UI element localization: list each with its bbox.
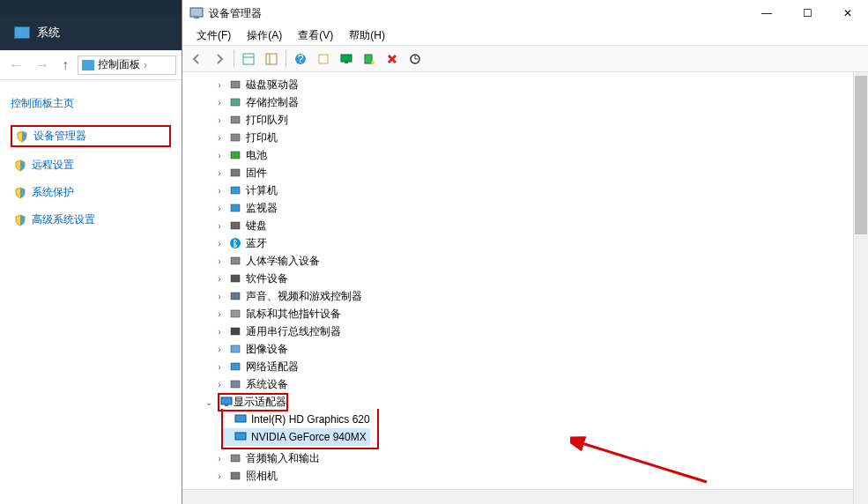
svg-rect-32 bbox=[221, 397, 232, 404]
chevron-right-icon[interactable]: › bbox=[214, 186, 225, 196]
svg-rect-26 bbox=[231, 293, 240, 300]
toolbar-props-icon[interactable] bbox=[313, 48, 334, 70]
tree-container: ›磁盘驱动器›存储控制器›打印队列›打印机›电池›固件›计算机›监视器›键盘›蓝… bbox=[182, 72, 868, 504]
chevron-right-icon[interactable]: › bbox=[214, 345, 225, 354]
toolbar-back-icon[interactable] bbox=[186, 48, 207, 70]
category-storage[interactable]: ›存储控制器 bbox=[204, 93, 868, 111]
menu-view[interactable]: 查看(V) bbox=[291, 26, 340, 45]
chevron-right-icon[interactable]: › bbox=[214, 256, 225, 266]
category-disk[interactable]: ›磁盘驱动器 bbox=[204, 76, 868, 93]
forward-icon[interactable]: → bbox=[32, 57, 53, 73]
breadcrumb[interactable]: 控制面板 › bbox=[78, 56, 176, 75]
chevron-right-icon[interactable]: › bbox=[214, 454, 225, 463]
category-keyboard[interactable]: ›键盘 bbox=[204, 217, 868, 234]
control-panel-home-link[interactable]: 控制面板主页 bbox=[11, 96, 171, 111]
horizontal-scrollbar[interactable] bbox=[182, 489, 853, 504]
maximize-button[interactable]: ☐ bbox=[787, 0, 827, 26]
back-icon[interactable]: ← bbox=[5, 57, 26, 73]
sidebar-link-3[interactable]: 高级系统设置 bbox=[11, 211, 171, 229]
category-audio[interactable]: ›声音、视频和游戏控制器 bbox=[204, 287, 868, 305]
svg-rect-21 bbox=[231, 204, 240, 211]
chevron-right-icon[interactable]: › bbox=[214, 274, 225, 284]
up-icon[interactable]: ↑ bbox=[58, 57, 72, 73]
category-display-adapters[interactable]: ⌄ 显示适配器 bbox=[204, 393, 868, 411]
sidebar-link-0[interactable]: 设备管理器 bbox=[11, 125, 171, 147]
imaging-icon bbox=[228, 342, 242, 356]
category-label: 存储控制器 bbox=[246, 95, 299, 110]
menu-file[interactable]: 文件(F) bbox=[189, 26, 238, 45]
toolbar-forward-icon[interactable] bbox=[209, 48, 230, 70]
category-label: 网络适配器 bbox=[246, 359, 299, 374]
toolbar-monitor-icon[interactable] bbox=[336, 48, 357, 70]
chevron-right-icon[interactable]: › bbox=[214, 309, 225, 319]
vertical-scrollbar[interactable] bbox=[853, 72, 868, 504]
toolbar: ? bbox=[182, 46, 868, 72]
category-mouse[interactable]: ›鼠标和其他指针设备 bbox=[204, 305, 868, 322]
svg-rect-16 bbox=[231, 116, 240, 123]
svg-rect-15 bbox=[231, 99, 240, 106]
category-audioinput[interactable]: ›音频输入和输出 bbox=[204, 449, 868, 467]
svg-rect-2 bbox=[243, 54, 254, 64]
category-camera[interactable]: ›照相机 bbox=[204, 467, 868, 485]
category-bluetooth[interactable]: ›蓝牙 bbox=[204, 234, 868, 252]
svg-point-12 bbox=[371, 61, 375, 64]
toolbar-view1-icon[interactable] bbox=[238, 48, 259, 70]
scrollbar-thumb[interactable] bbox=[855, 76, 867, 234]
chevron-right-icon[interactable]: › bbox=[214, 292, 225, 301]
category-printer[interactable]: ›打印队列 bbox=[204, 111, 868, 129]
sidebar-link-1[interactable]: 远程设置 bbox=[11, 156, 171, 174]
chevron-right-icon[interactable]: › bbox=[214, 239, 225, 248]
category-firmware[interactable]: ›固件 bbox=[204, 164, 868, 182]
category-label: 磁盘驱动器 bbox=[246, 78, 299, 93]
chevron-right-icon[interactable]: › bbox=[214, 133, 225, 143]
toolbar-help-icon[interactable]: ? bbox=[290, 48, 311, 70]
svg-rect-29 bbox=[231, 345, 240, 352]
network-icon bbox=[228, 359, 242, 374]
device-tree[interactable]: ›磁盘驱动器›存储控制器›打印队列›打印机›电池›固件›计算机›监视器›键盘›蓝… bbox=[182, 72, 868, 504]
category-network[interactable]: ›网络适配器 bbox=[204, 358, 868, 375]
category-battery[interactable]: ›电池 bbox=[204, 146, 868, 164]
window-title: 设备管理器 bbox=[209, 6, 262, 21]
menu-help[interactable]: 帮助(H) bbox=[342, 26, 392, 45]
chevron-right-icon[interactable]: › bbox=[214, 204, 225, 213]
category-computer[interactable]: ›计算机 bbox=[204, 182, 868, 199]
chevron-right-icon[interactable]: › bbox=[214, 327, 225, 337]
category-usb[interactable]: ›通用串行总线控制器 bbox=[204, 322, 868, 340]
svg-rect-8 bbox=[319, 55, 328, 63]
svg-rect-17 bbox=[231, 134, 240, 141]
link-label: 系统保护 bbox=[32, 185, 74, 200]
category-label: 图像设备 bbox=[246, 342, 288, 357]
category-hid[interactable]: ›人体学输入设备 bbox=[204, 252, 868, 270]
window-tab-strip bbox=[0, 0, 182, 15]
toolbar-update-icon[interactable] bbox=[404, 48, 426, 70]
system-header: 系统 bbox=[0, 15, 182, 50]
close-button[interactable]: ✕ bbox=[827, 0, 868, 26]
category-monitor[interactable]: ›监视器 bbox=[204, 199, 868, 217]
device-nvidia-geforce[interactable]: NVIDIA GeForce 940MX bbox=[223, 428, 370, 446]
bluetooth-icon bbox=[228, 236, 242, 250]
device-label: NVIDIA GeForce 940MX bbox=[251, 431, 367, 443]
category-system[interactable]: ›系统设备 bbox=[204, 375, 868, 393]
menu-action[interactable]: 操作(A) bbox=[240, 26, 289, 45]
chevron-right-icon[interactable]: › bbox=[214, 151, 225, 160]
chevron-right-icon[interactable]: › bbox=[214, 98, 225, 107]
minimize-button[interactable]: — bbox=[746, 0, 787, 26]
svg-rect-0 bbox=[190, 8, 203, 17]
toolbar-delete-icon[interactable] bbox=[382, 48, 403, 70]
chevron-right-icon[interactable]: › bbox=[214, 115, 225, 125]
chevron-right-icon[interactable]: › bbox=[214, 221, 225, 231]
chevron-right-icon[interactable]: › bbox=[214, 471, 225, 481]
toolbar-scan-icon[interactable] bbox=[359, 48, 380, 70]
category-software[interactable]: ›软件设备 bbox=[204, 270, 868, 287]
chevron-right-icon[interactable]: › bbox=[214, 362, 225, 372]
category-printer[interactable]: ›打印机 bbox=[204, 129, 868, 146]
category-label: 固件 bbox=[246, 166, 267, 181]
toolbar-view2-icon[interactable] bbox=[261, 48, 282, 70]
category-imaging[interactable]: ›图像设备 bbox=[204, 340, 868, 358]
sidebar-link-2[interactable]: 系统保护 bbox=[11, 183, 171, 202]
chevron-right-icon[interactable]: › bbox=[214, 380, 225, 389]
chevron-right-icon[interactable]: › bbox=[214, 168, 225, 178]
chevron-right-icon[interactable]: › bbox=[214, 80, 225, 90]
device-intel-graphics[interactable]: Intel(R) HD Graphics 620 bbox=[223, 411, 370, 428]
chevron-down-icon[interactable]: ⌄ bbox=[204, 397, 214, 407]
